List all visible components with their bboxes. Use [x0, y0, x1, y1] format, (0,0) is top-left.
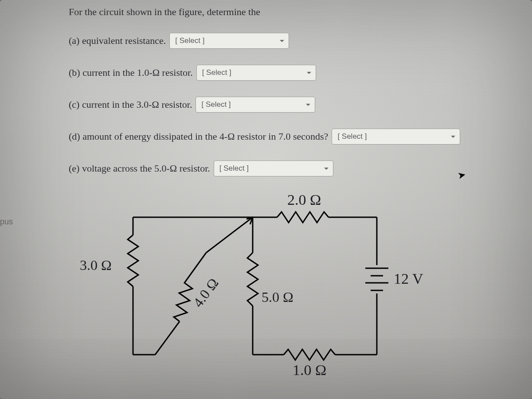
- question-intro: For the circuit shown in the figure, det…: [69, 6, 516, 18]
- part-a-select[interactable]: [ Select ]: [169, 33, 289, 49]
- label-r-top: 2.0 Ω: [287, 192, 321, 208]
- part-c-select-wrap: [ Select ]: [196, 97, 315, 113]
- label-r-mid: 5.0 Ω: [262, 289, 293, 305]
- part-d-select-wrap: [ Select ]: [332, 129, 460, 145]
- label-r-bottom: 1.0 Ω: [293, 362, 326, 379]
- part-c-row: (c) current in the 3.0-Ω resistor. [ Sel…: [69, 97, 516, 113]
- part-e-row: (e) voltage across the 5.0-Ω resistor. […: [69, 160, 516, 176]
- part-b-select-wrap: [ Select ]: [196, 65, 316, 81]
- intro-text: For the circuit shown in the figure, det…: [69, 6, 260, 18]
- part-a-row: (a) equivalent resistance. [ Select ]: [69, 33, 516, 49]
- sidebar-fragment: pus: [0, 217, 13, 227]
- part-e-select[interactable]: [ Select ]: [214, 160, 333, 176]
- screen: pus For the circuit shown in the figure,…: [0, 0, 532, 399]
- part-a-select-wrap: [ Select ]: [169, 33, 289, 49]
- question-content: For the circuit shown in the figure, det…: [69, 6, 516, 188]
- part-b-select[interactable]: [ Select ]: [196, 65, 316, 81]
- part-b-text: (b) current in the 1.0-Ω resistor.: [69, 67, 193, 78]
- part-d-text: (d) amount of energy dissipated in the 4…: [69, 131, 328, 142]
- part-b-row: (b) current in the 1.0-Ω resistor. [ Sel…: [69, 65, 516, 81]
- part-c-select[interactable]: [ Select ]: [196, 97, 315, 113]
- part-d-select[interactable]: [ Select ]: [332, 129, 460, 145]
- label-battery: 12 V: [394, 270, 423, 287]
- part-c-text: (c) current in the 3.0-Ω resistor.: [69, 99, 192, 110]
- label-r-left: 3.0 Ω: [80, 257, 112, 274]
- part-a-text: (a) equivalent resistance.: [69, 35, 166, 47]
- part-d-row: (d) amount of energy dissipated in the 4…: [69, 129, 516, 145]
- part-e-select-wrap: [ Select ]: [214, 160, 333, 176]
- circuit-diagram: 3.0 Ω 4.0 Ω 5.0 Ω 2.0 Ω 1.0 Ω 12 V: [75, 191, 461, 390]
- part-e-text: (e) voltage across the 5.0-Ω resistor.: [69, 163, 210, 174]
